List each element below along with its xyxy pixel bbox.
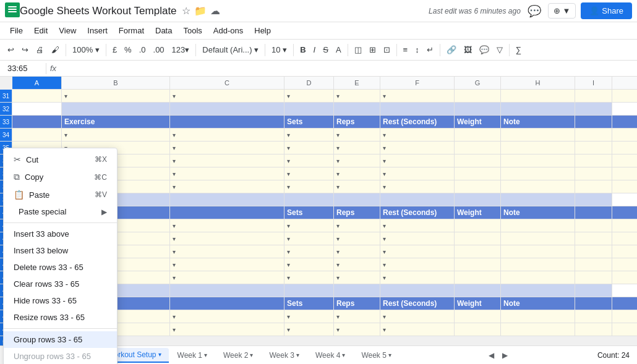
cell-f32[interactable] bbox=[380, 103, 455, 115]
drive-icon[interactable]: 📁 bbox=[194, 5, 207, 17]
menu-edit[interactable]: Edit bbox=[29, 25, 53, 36]
cell-44-d[interactable]: ▾ bbox=[284, 271, 334, 284]
cell-e36[interactable]: ▾ bbox=[334, 154, 380, 167]
cell-h2-h[interactable]: Note bbox=[501, 206, 575, 219]
cell-h36[interactable] bbox=[501, 154, 575, 167]
borders-button[interactable]: ⊞ bbox=[367, 44, 378, 56]
cell-40-d[interactable]: ▾ bbox=[284, 219, 334, 232]
cell-g38[interactable] bbox=[455, 180, 501, 193]
menu-addons[interactable]: Add-ons bbox=[208, 25, 248, 36]
cell-sep2-f[interactable] bbox=[380, 193, 455, 206]
cell-b34[interactable]: ▾ bbox=[62, 129, 170, 141]
cell-h2-g[interactable]: Weight bbox=[455, 206, 501, 219]
cell-c33[interactable] bbox=[170, 116, 284, 128]
cell-43-h[interactable] bbox=[501, 258, 575, 271]
formula-input[interactable] bbox=[60, 62, 632, 74]
cell-sep2-d[interactable] bbox=[284, 193, 334, 206]
cell-h2-e[interactable]: Reps bbox=[334, 206, 380, 219]
cell-51-e[interactable]: ▾ bbox=[334, 310, 380, 323]
cell-e38[interactable]: ▾ bbox=[334, 180, 380, 193]
cell-sep3-d[interactable] bbox=[284, 284, 334, 297]
cell-g33[interactable]: Weight bbox=[455, 116, 501, 128]
cell-i31[interactable] bbox=[575, 90, 612, 102]
tab-prev-button[interactable]: ◀ bbox=[485, 349, 498, 362]
cell-51-i[interactable] bbox=[575, 310, 612, 323]
cell-sep2-e[interactable] bbox=[334, 193, 380, 206]
cell-c36[interactable]: ▾ bbox=[170, 154, 284, 167]
cell-h31[interactable] bbox=[501, 90, 575, 102]
cell-h34[interactable] bbox=[501, 129, 575, 141]
cell-i33[interactable] bbox=[575, 116, 612, 128]
cell-c37[interactable]: ▾ bbox=[170, 167, 284, 180]
bold-button[interactable]: B bbox=[297, 44, 308, 56]
undo-button[interactable]: ↩ bbox=[5, 44, 17, 56]
cell-i38[interactable] bbox=[575, 180, 612, 193]
cell-i34[interactable] bbox=[575, 129, 612, 141]
ctx-copy[interactable]: ⧉Copy ⌘C bbox=[4, 168, 117, 186]
cell-43-i[interactable] bbox=[575, 258, 612, 271]
decimal-btn[interactable]: .0 bbox=[137, 44, 148, 56]
cell-41-d[interactable]: ▾ bbox=[284, 232, 334, 245]
cell-sep3-e[interactable] bbox=[334, 284, 380, 297]
cell-sep2-i[interactable] bbox=[575, 193, 612, 206]
cell-a34[interactable] bbox=[12, 129, 62, 141]
col-header-f[interactable]: F bbox=[380, 77, 455, 89]
tab-week2[interactable]: Week 2 ▾ bbox=[216, 349, 260, 362]
cell-sep3-g[interactable] bbox=[455, 284, 501, 297]
fill-color-button[interactable]: ◫ bbox=[352, 44, 364, 56]
cell-g34[interactable] bbox=[455, 129, 501, 141]
star-icon[interactable]: ☆ bbox=[182, 5, 190, 17]
cell-43-f[interactable]: ▾ bbox=[380, 258, 455, 271]
cell-d36[interactable]: ▾ bbox=[284, 154, 334, 167]
cell-f36[interactable]: ▾ bbox=[380, 154, 455, 167]
image-button[interactable]: 🖼 bbox=[461, 44, 474, 56]
cell-h37[interactable] bbox=[501, 167, 575, 180]
cloud-icon[interactable]: ☁ bbox=[210, 5, 220, 17]
cell-43-g[interactable] bbox=[455, 258, 501, 271]
cell-41-e[interactable]: ▾ bbox=[334, 232, 380, 245]
italic-button[interactable]: I bbox=[311, 44, 318, 56]
cell-d31[interactable]: ▾ bbox=[284, 90, 334, 102]
cell-a31[interactable] bbox=[12, 90, 62, 102]
cell-51-g[interactable] bbox=[455, 310, 501, 323]
cell-c31[interactable]: ▾ bbox=[170, 90, 284, 102]
cell-g31[interactable] bbox=[455, 90, 501, 102]
format123-btn[interactable]: 123▾ bbox=[169, 44, 192, 56]
cell-a33[interactable] bbox=[12, 116, 62, 128]
comment-btn2[interactable]: 💬 bbox=[477, 44, 492, 56]
cell-44-c[interactable]: ▾ bbox=[170, 271, 284, 284]
col-header-i[interactable]: I bbox=[575, 77, 612, 89]
cell-51-h[interactable] bbox=[501, 310, 575, 323]
ctx-insert-below[interactable]: Insert 33 below bbox=[4, 242, 117, 259]
cell-e31[interactable]: ▾ bbox=[334, 90, 380, 102]
menu-data[interactable]: Data bbox=[150, 25, 177, 36]
font-dropdown[interactable]: Default (Ari...) ▾ bbox=[200, 44, 261, 56]
cell-f38[interactable]: ▾ bbox=[380, 180, 455, 193]
cell-c35[interactable]: ▾ bbox=[170, 142, 284, 154]
cell-44-g[interactable] bbox=[455, 271, 501, 284]
ctx-paste[interactable]: 📋Paste ⌘V bbox=[4, 186, 117, 203]
comment-button[interactable]: 💬 bbox=[526, 2, 543, 20]
menu-help[interactable]: Help bbox=[249, 25, 276, 36]
col-header-a[interactable]: A bbox=[12, 77, 62, 89]
cell-d35[interactable]: ▾ bbox=[284, 142, 334, 154]
cell-f37[interactable]: ▾ bbox=[380, 167, 455, 180]
cell-51-d[interactable]: ▾ bbox=[284, 310, 334, 323]
zoom-dropdown[interactable]: 100% ▾ bbox=[70, 44, 102, 56]
cell-f34[interactable]: ▾ bbox=[380, 129, 455, 141]
cell-reference[interactable]: 33:65 bbox=[5, 62, 42, 74]
col-header-b[interactable]: B bbox=[62, 77, 170, 89]
cell-d33[interactable]: Sets bbox=[284, 116, 334, 128]
cell-b32[interactable] bbox=[62, 103, 170, 115]
cell-sep2-c[interactable] bbox=[170, 193, 284, 206]
cell-43-c[interactable]: ▾ bbox=[170, 258, 284, 271]
decimal2-btn[interactable]: .00 bbox=[151, 44, 167, 56]
menu-file[interactable]: File bbox=[5, 25, 28, 36]
cell-42-f[interactable]: ▾ bbox=[380, 245, 455, 258]
menu-insert[interactable]: Insert bbox=[82, 25, 113, 36]
ctx-delete-rows[interactable]: Delete rows 33 - 65 bbox=[4, 259, 117, 276]
cell-sep3-c[interactable] bbox=[170, 284, 284, 297]
cell-g37[interactable] bbox=[455, 167, 501, 180]
cell-41-f[interactable]: ▾ bbox=[380, 232, 455, 245]
cell-h3-i[interactable] bbox=[575, 297, 612, 310]
